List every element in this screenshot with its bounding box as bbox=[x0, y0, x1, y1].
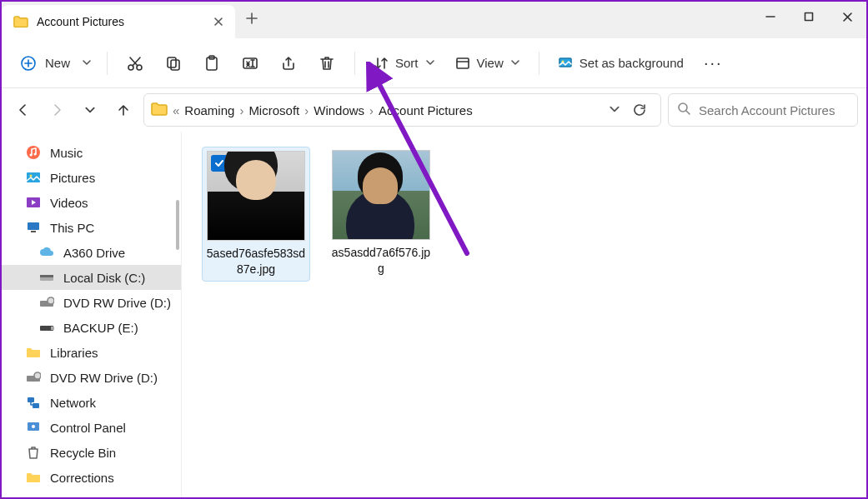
content-area: 5ased76asfe583sd87e.jpg as5asdd7a6f576.j… bbox=[182, 132, 866, 497]
file-name: 5ased76asfe583sd87e.jpg bbox=[206, 246, 306, 277]
sidebar-item-network[interactable]: Network bbox=[2, 390, 181, 415]
svg-rect-9 bbox=[457, 58, 469, 68]
cut-button[interactable] bbox=[118, 47, 153, 80]
svg-rect-30 bbox=[33, 403, 39, 408]
sidebar-item-pictures[interactable]: Pictures bbox=[2, 165, 181, 190]
rename-button[interactable] bbox=[233, 47, 268, 80]
svg-point-13 bbox=[27, 146, 40, 159]
file-thumbnail bbox=[207, 151, 305, 241]
dvd-icon bbox=[38, 295, 55, 310]
svg-point-14 bbox=[30, 154, 33, 157]
view-label: View bbox=[477, 56, 504, 70]
folder-icon bbox=[13, 16, 28, 27]
address-dropdown[interactable] bbox=[609, 103, 620, 117]
maximize-button[interactable] bbox=[790, 2, 828, 32]
sidebar-item-libraries[interactable]: Libraries bbox=[2, 340, 181, 365]
file-item[interactable]: 5ased76asfe583sd87e.jpg bbox=[202, 147, 310, 282]
disk-icon bbox=[38, 270, 55, 285]
scrollbar-thumb[interactable] bbox=[176, 200, 179, 250]
chevron-down-icon bbox=[82, 56, 92, 70]
nav-back-button[interactable] bbox=[10, 97, 37, 123]
new-button[interactable]: New bbox=[10, 47, 97, 80]
chevron-down-icon bbox=[510, 56, 520, 70]
search-input[interactable] bbox=[699, 103, 849, 117]
music-icon bbox=[25, 145, 42, 160]
svg-point-28 bbox=[34, 372, 41, 379]
nav-forward-button[interactable] bbox=[43, 97, 70, 123]
delete-button[interactable] bbox=[309, 47, 344, 80]
separator bbox=[107, 52, 108, 75]
search-icon bbox=[677, 102, 690, 118]
folder-icon bbox=[25, 345, 42, 360]
svg-point-17 bbox=[30, 175, 33, 177]
more-button[interactable]: ··· bbox=[695, 47, 731, 80]
svg-rect-19 bbox=[28, 222, 39, 230]
folder-icon bbox=[25, 470, 42, 485]
tab-account-pictures[interactable]: Account Pictures bbox=[2, 5, 235, 38]
sidebar-item-dvd-d[interactable]: DVD RW Drive (D:) bbox=[2, 290, 181, 315]
thispc-icon bbox=[25, 220, 42, 235]
dvd-icon bbox=[25, 370, 42, 385]
paste-button[interactable] bbox=[194, 47, 229, 80]
breadcrumb-item[interactable]: Microsoft› bbox=[248, 103, 309, 117]
sidebar-item-a360[interactable]: A360 Drive bbox=[2, 240, 181, 265]
sidebar-item-this-pc[interactable]: This PC bbox=[2, 215, 181, 240]
sidebar: Music Pictures Videos This PC A360 Drive… bbox=[2, 132, 182, 497]
svg-rect-5 bbox=[171, 60, 179, 70]
svg-point-24 bbox=[48, 297, 54, 304]
recycle-icon bbox=[25, 445, 42, 460]
more-icon: ··· bbox=[704, 53, 723, 72]
share-button[interactable] bbox=[271, 47, 306, 80]
sidebar-item-corrections[interactable]: Corrections bbox=[2, 465, 181, 490]
sidebar-item-recycle[interactable]: Recycle Bin bbox=[2, 440, 181, 465]
checkmark-icon bbox=[211, 155, 228, 172]
folder-icon bbox=[151, 102, 168, 118]
set-bg-label: Set as background bbox=[580, 56, 684, 70]
nav-up-button[interactable] bbox=[110, 97, 137, 123]
svg-rect-20 bbox=[31, 231, 36, 232]
breadcrumb-item[interactable]: Windows› bbox=[314, 103, 374, 117]
new-label: New bbox=[45, 56, 70, 70]
cloud-icon bbox=[38, 245, 55, 260]
sidebar-item-control-panel[interactable]: Control Panel bbox=[2, 415, 181, 440]
file-name: as5asdd7a6f576.jpg bbox=[330, 245, 432, 277]
sort-button[interactable]: Sort bbox=[365, 47, 444, 80]
svg-point-32 bbox=[32, 425, 35, 428]
new-tab-button[interactable] bbox=[235, 2, 268, 35]
chevron-down-icon bbox=[425, 56, 435, 70]
tab-title: Account Pictures bbox=[37, 15, 202, 28]
sidebar-item-dvd-d2[interactable]: DVD RW Drive (D:) bbox=[2, 365, 181, 390]
refresh-button[interactable] bbox=[625, 96, 654, 124]
sort-label: Sort bbox=[395, 56, 419, 70]
close-tab-button[interactable] bbox=[210, 13, 227, 30]
close-window-button[interactable] bbox=[828, 2, 866, 32]
usb-icon bbox=[38, 320, 55, 335]
control-icon bbox=[25, 420, 42, 435]
breadcrumb-item[interactable]: Account Pictures bbox=[379, 103, 473, 117]
sidebar-item-music[interactable]: Music bbox=[2, 140, 181, 165]
breadcrumb-prefix: « bbox=[173, 103, 179, 117]
svg-rect-4 bbox=[168, 57, 176, 67]
copy-button[interactable] bbox=[156, 47, 191, 80]
sidebar-item-backup[interactable]: BACKUP (E:) bbox=[2, 315, 181, 340]
separator bbox=[354, 52, 355, 75]
view-button[interactable]: View bbox=[447, 47, 529, 80]
file-thumbnail bbox=[332, 150, 430, 240]
set-background-button[interactable]: Set as background bbox=[549, 47, 692, 80]
separator bbox=[539, 52, 539, 75]
file-item[interactable]: as5asdd7a6f576.jpg bbox=[327, 147, 435, 280]
svg-point-15 bbox=[34, 153, 37, 156]
svg-rect-29 bbox=[28, 397, 34, 402]
sidebar-item-videos[interactable]: Videos bbox=[2, 190, 181, 215]
minimize-button[interactable] bbox=[751, 2, 790, 32]
sidebar-item-local-disk[interactable]: Local Disk (C:) bbox=[2, 265, 181, 290]
nav-recent-button[interactable] bbox=[77, 97, 103, 123]
svg-rect-22 bbox=[40, 275, 53, 277]
pictures-icon bbox=[25, 170, 42, 185]
breadcrumb-item[interactable]: Roaming› bbox=[184, 103, 243, 117]
videos-icon bbox=[25, 195, 42, 210]
svg-rect-0 bbox=[805, 13, 813, 21]
address-bar[interactable]: « Roaming› Microsoft› Windows› Account P… bbox=[143, 93, 661, 127]
network-icon bbox=[25, 395, 42, 410]
search-box[interactable] bbox=[668, 93, 858, 127]
